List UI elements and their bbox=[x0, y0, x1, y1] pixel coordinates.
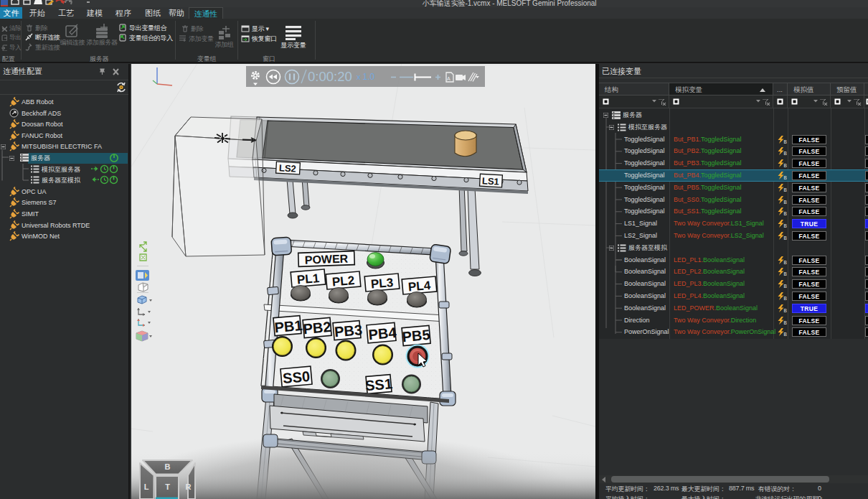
svg-text:T: T bbox=[165, 482, 170, 491]
svg-text:B: B bbox=[784, 284, 787, 289]
svg-text:B: B bbox=[784, 332, 787, 337]
svg-text:PL1: PL1 bbox=[296, 271, 320, 287]
svg-text:B: B bbox=[784, 175, 787, 180]
svg-text:PL2: PL2 bbox=[331, 274, 355, 289]
svg-text:R: R bbox=[186, 482, 192, 491]
svg-text:B: B bbox=[784, 320, 787, 325]
svg-text:B: B bbox=[784, 308, 787, 313]
svg-text:L: L bbox=[144, 482, 149, 491]
svg-text:B: B bbox=[784, 235, 787, 241]
svg-text:B: B bbox=[784, 163, 787, 168]
svg-text:PL3: PL3 bbox=[370, 276, 394, 292]
svg-text:B: B bbox=[784, 296, 787, 301]
svg-text:PB3: PB3 bbox=[334, 322, 363, 340]
svg-text:PB5: PB5 bbox=[402, 327, 431, 345]
svg-text:LS1: LS1 bbox=[482, 175, 500, 187]
svg-text:0:00:20: 0:00:20 bbox=[308, 69, 352, 84]
svg-text:PB4: PB4 bbox=[368, 325, 398, 342]
svg-text:LS2: LS2 bbox=[279, 162, 297, 174]
svg-text:A: A bbox=[447, 76, 450, 81]
svg-text:B: B bbox=[784, 187, 787, 192]
svg-text:B: B bbox=[784, 271, 787, 276]
svg-text:SS0: SS0 bbox=[282, 368, 311, 386]
svg-text:B: B bbox=[784, 260, 787, 265]
svg-text:B: B bbox=[784, 223, 787, 228]
svg-text:B: B bbox=[165, 462, 171, 471]
svg-text:PL4: PL4 bbox=[407, 279, 431, 294]
svg-text:PB2: PB2 bbox=[303, 319, 332, 337]
svg-text:B: B bbox=[784, 151, 787, 156]
svg-text:SS1: SS1 bbox=[364, 376, 393, 393]
svg-text:x 1.0: x 1.0 bbox=[357, 72, 375, 82]
svg-text:B: B bbox=[784, 200, 787, 205]
svg-text:B: B bbox=[784, 211, 787, 216]
svg-text:POWER: POWER bbox=[305, 253, 349, 266]
svg-text:B: B bbox=[784, 139, 787, 144]
svg-text:PB1: PB1 bbox=[274, 317, 303, 335]
